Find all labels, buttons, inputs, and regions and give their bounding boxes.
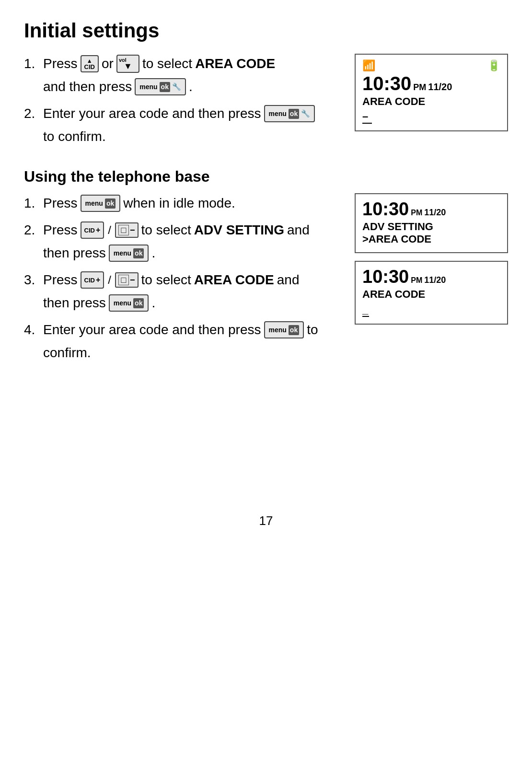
step4-top-text1: Enter your area code and then press <box>43 104 261 124</box>
list-item: Enter your area code and then press menu… <box>24 320 335 363</box>
step3-bottom-content: Press CID + / □ − <box>43 270 335 313</box>
menu-ok-button-3top: menu ok 🔧 <box>135 78 186 95</box>
screen3-time: 10:30 <box>362 267 409 287</box>
bottom-steps-list: Press menu ok when in idle mode. Press <box>24 193 335 363</box>
box-icon-2: □ <box>118 225 129 235</box>
cid-plus-button-2: CID + <box>81 221 104 239</box>
screen1-battery-icon: 🔋 <box>487 59 500 72</box>
menu-ok-button-1bottom: menu ok <box>81 195 121 212</box>
screen1-ampm: PM <box>413 82 426 93</box>
box-minus-button-3: □ − <box>115 272 139 288</box>
step4-bottom-text1: Enter your area code and then press <box>43 320 261 340</box>
screen1: 📶 🔋 10:30 PM 11/20 AREA CODE – <box>355 54 508 131</box>
step2-bottom-content: Press CID + / □ − <box>43 220 335 263</box>
step3-bottom-area-code: AREA CODE <box>194 270 274 290</box>
list-item: Press CID + / □ − <box>24 220 335 263</box>
section1-title: Using the telephone base <box>24 168 508 186</box>
menu-ok-button-4top: menu ok 🔧 <box>264 105 315 122</box>
vol-label: vol <box>119 56 127 64</box>
step4-bottom-text3: confirm. <box>43 343 91 363</box>
cid-plus-button-3: CID + <box>81 271 104 289</box>
screen2-time: 10:30 <box>362 199 409 220</box>
plus-sign-3: + <box>96 274 100 286</box>
step3-top-text3: and then press <box>43 77 132 97</box>
step3-top-text1: Press <box>43 54 78 74</box>
page-content: Initial settings Press ▲ CID <box>24 19 508 528</box>
list-item: Press menu ok when in idle mode. <box>24 193 335 213</box>
screen1-cursor: – <box>362 110 372 124</box>
step3-bottom-period: . <box>151 293 155 313</box>
screen1-time: 10:30 <box>362 73 411 94</box>
slash-2: / <box>108 221 111 239</box>
step3-bottom-text3: and <box>277 270 300 290</box>
top-steps-list: Press ▲ CID or vol ▼ <box>24 54 335 147</box>
box-minus-button-2: □ − <box>115 222 139 238</box>
step1-bottom-text1: Press <box>43 193 78 213</box>
plus-sign-2: + <box>96 224 100 236</box>
step2-bottom-text4: then press <box>43 243 106 263</box>
screen3-ampm: PM <box>411 276 422 285</box>
step2-bottom-text3: and <box>287 220 310 240</box>
screen2-date: 11/20 <box>424 208 446 218</box>
right-screens: 10:30 PM 11/20 ADV SETTING >AREA CODE 10… <box>355 193 508 325</box>
step3-top-text2: to select <box>142 54 192 74</box>
bottom-steps-container: Press menu ok when in idle mode. Press <box>24 193 335 370</box>
step4-top-content: Enter your area code and then press menu… <box>43 104 335 147</box>
screen2-line1: ADV SETTING <box>362 221 500 233</box>
screen3-line1: AREA CODE <box>362 288 500 301</box>
screen1-date: 11/20 <box>428 82 452 93</box>
screen3: 10:30 PM 11/20 AREA CODE _ <box>355 261 508 325</box>
screen2-line2: >AREA CODE <box>362 233 500 245</box>
screen1-signal-icon: 📶 <box>362 59 375 72</box>
list-item: Press CID + / □ − <box>24 270 335 313</box>
step2-bottom-period: . <box>151 243 155 263</box>
vol-down-button: vol ▼ <box>116 55 139 73</box>
screen3-time-row: 10:30 PM 11/20 <box>362 267 500 287</box>
screen2-ampm: PM <box>411 209 422 217</box>
top-steps-container: Press ▲ CID or vol ▼ <box>24 54 335 153</box>
slash-3: / <box>108 271 111 289</box>
screen3-cursor: _ <box>362 303 369 317</box>
list-item: Enter your area code and then press menu… <box>24 104 335 147</box>
minus-sign-2: − <box>130 224 135 237</box>
screen1-time-row: 10:30 PM 11/20 <box>362 73 500 94</box>
menu-ok-button-3bottom: menu ok <box>109 294 149 312</box>
screen1-top-row: 📶 🔋 <box>362 59 500 72</box>
step4-bottom-content: Enter your area code and then press menu… <box>43 320 335 363</box>
step3-top-or: or <box>102 54 114 74</box>
step4-top-text2: to confirm. <box>43 127 106 147</box>
cid-up-button: ▲ CID <box>81 55 99 72</box>
step1-bottom-content: Press menu ok when in idle mode. <box>43 193 335 213</box>
screen3-date: 11/20 <box>424 275 446 285</box>
menu-ok-button-4bottom: menu ok <box>264 321 304 338</box>
minus-sign-3: − <box>130 274 135 287</box>
step4-bottom-text2: to <box>307 320 318 340</box>
screen2-time-row: 10:30 PM 11/20 <box>362 199 500 220</box>
page-title: Initial settings <box>24 19 508 42</box>
screen1-label: AREA CODE <box>362 95 500 108</box>
list-item: Press ▲ CID or vol ▼ <box>24 54 335 97</box>
page-number: 17 <box>24 513 508 528</box>
step3-top-content: Press ▲ CID or vol ▼ <box>43 54 335 97</box>
step3-bottom-text4: then press <box>43 293 106 313</box>
step3-bottom-text2: to select <box>141 270 191 290</box>
step3-top-period: . <box>189 77 193 97</box>
step2-bottom-text2: to select <box>141 220 191 240</box>
screen2: 10:30 PM 11/20 ADV SETTING >AREA CODE <box>355 193 508 253</box>
step2-bottom-text1: Press <box>43 220 78 240</box>
step1-bottom-text2: when in idle mode. <box>123 193 235 213</box>
step3-bottom-text1: Press <box>43 270 78 290</box>
step2-bottom-adv: ADV SETTING <box>194 220 284 240</box>
step3-top-area-code: AREA CODE <box>195 54 275 74</box>
box-icon-3: □ <box>118 275 129 285</box>
menu-ok-button-2bottom: menu ok <box>109 245 149 262</box>
